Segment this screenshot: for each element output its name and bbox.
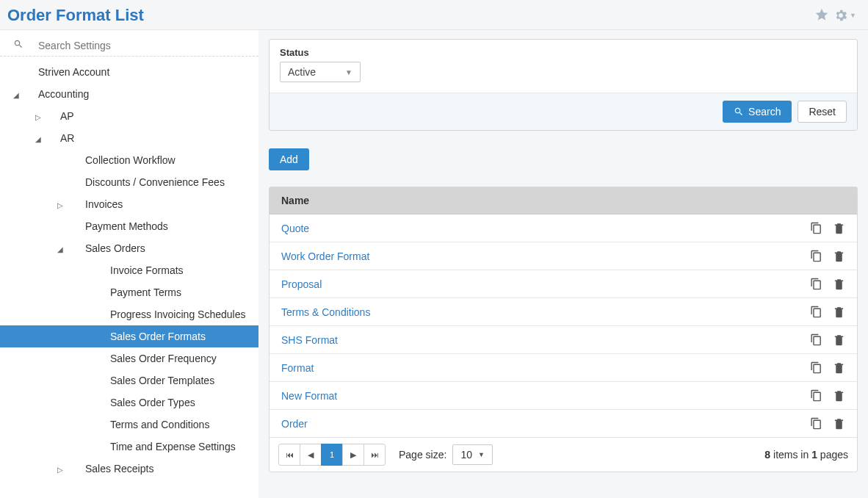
reset-button-label: Reset <box>809 106 836 118</box>
filter-panel: Status Active ▼ Search Reset <box>269 39 858 131</box>
caret-down-icon: ◢ <box>13 91 19 99</box>
sidebar-item-label: Sales Order Templates <box>110 375 214 386</box>
sidebar-item-ap[interactable]: ▷AP <box>0 105 258 127</box>
sidebar-item-label: Collection Workflow <box>85 154 176 166</box>
format-name-link[interactable]: Order <box>281 418 810 430</box>
sidebar-item-label: Time and Expense Settings <box>110 441 236 452</box>
pager-summary: 8 items in 1 pages <box>764 449 848 461</box>
caret-right-icon: ▷ <box>35 113 41 121</box>
sidebar-item-payment-methods[interactable]: Payment Methods <box>0 215 258 237</box>
delete-icon[interactable] <box>833 306 845 318</box>
sidebar-item-ar[interactable]: ◢AR <box>0 127 258 149</box>
sidebar-item-striven-account[interactable]: Striven Account <box>0 61 258 83</box>
chevron-down-icon: ▼ <box>345 68 352 76</box>
sidebar-item-sales-orders[interactable]: ◢Sales Orders <box>0 237 258 259</box>
sidebar-item-label: Sales Order Formats <box>110 331 206 342</box>
sidebar-item-sales-order-frequency[interactable]: Sales Order Frequency <box>0 347 258 369</box>
table-row: Order <box>270 410 857 437</box>
sidebar-item-collection-workflow[interactable]: Collection Workflow <box>0 149 258 171</box>
caret-down-icon: ◢ <box>35 135 41 143</box>
pager-first[interactable]: ⏮ <box>278 444 300 466</box>
sidebar-item-sales-order-templates[interactable]: Sales Order Templates <box>0 369 258 391</box>
sidebar-item-discounts-convenience-fees[interactable]: Discounts / Convenience Fees <box>0 171 258 193</box>
sidebar-item-label: Invoice Formats <box>110 264 184 276</box>
sidebar-item-sales-order-types[interactable]: Sales Order Types <box>0 391 258 414</box>
delete-icon[interactable] <box>833 361 845 374</box>
sidebar-item-label: Discounts / Convenience Fees <box>85 176 225 188</box>
format-name-link[interactable]: Proposal <box>281 278 810 290</box>
table-row: Format <box>270 354 857 382</box>
delete-icon[interactable] <box>833 222 845 234</box>
sidebar-item-label: Sales Order Types <box>110 397 195 408</box>
search-button-label: Search <box>748 106 781 118</box>
status-label: Status <box>280 47 847 58</box>
copy-icon[interactable] <box>810 389 822 402</box>
caret-right-icon: ▷ <box>57 201 63 209</box>
format-table: Name QuoteWork Order FormatProposalTerms… <box>269 187 858 472</box>
sidebar-item-terms-and-conditions[interactable]: Terms and Conditions <box>0 414 258 436</box>
table-row: Work Order Format <box>270 242 857 270</box>
page-size-value: 10 <box>460 449 472 461</box>
delete-icon[interactable] <box>833 417 845 430</box>
pager-prev[interactable]: ◀ <box>300 444 322 466</box>
table-row: New Format <box>270 382 857 410</box>
format-name-link[interactable]: Format <box>281 362 810 374</box>
pager-page-current[interactable]: 1 <box>321 444 343 466</box>
search-input[interactable] <box>38 40 253 51</box>
pager-last[interactable]: ⏭ <box>364 444 386 466</box>
page-title: Order Format List <box>7 6 144 25</box>
chevron-down-icon: ▼ <box>850 12 856 19</box>
add-button-label: Add <box>280 154 298 165</box>
delete-icon[interactable] <box>833 278 845 290</box>
gear-icon[interactable]: ▼ <box>833 8 856 23</box>
copy-icon[interactable] <box>810 306 822 318</box>
format-name-link[interactable]: New Format <box>281 390 810 402</box>
favorite-icon[interactable] <box>814 7 829 24</box>
sidebar-item-accounting[interactable]: ◢Accounting <box>0 83 258 105</box>
delete-icon[interactable] <box>833 389 845 402</box>
table-row: Quote <box>270 214 857 242</box>
reset-button[interactable]: Reset <box>798 101 847 123</box>
sidebar-item-invoices[interactable]: ▷Invoices <box>0 193 258 215</box>
search-button[interactable]: Search <box>723 101 792 123</box>
copy-icon[interactable] <box>810 361 822 374</box>
sidebar-item-sales-receipts[interactable]: ▷Sales Receipts <box>0 458 258 480</box>
table-row: SHS Format <box>270 326 857 354</box>
sidebar-item-sales-order-formats[interactable]: Sales Order Formats <box>0 325 258 347</box>
sidebar-item-label: Payment Methods <box>85 220 168 232</box>
sidebar-item-time-and-expense-settings[interactable]: Time and Expense Settings <box>0 436 258 458</box>
sidebar-item-label: Progress Invoicing Schedules <box>110 308 245 320</box>
format-name-link[interactable]: Terms & Conditions <box>281 306 810 318</box>
sidebar-item-invoice-formats[interactable]: Invoice Formats <box>0 259 258 281</box>
settings-sidebar: Striven Account◢Accounting▷AP◢ARCollecti… <box>0 30 258 498</box>
sidebar-item-label: Striven Account <box>38 66 109 78</box>
sidebar-item-label: AR <box>60 132 74 144</box>
copy-icon[interactable] <box>810 333 822 346</box>
pager-next[interactable]: ▶ <box>342 444 364 466</box>
sidebar-item-payment-terms[interactable]: Payment Terms <box>0 281 258 303</box>
delete-icon[interactable] <box>833 250 845 262</box>
search-icon <box>13 39 38 51</box>
copy-icon[interactable] <box>810 417 822 430</box>
page-size-select[interactable]: 10 ▼ <box>452 444 493 465</box>
sidebar-item-label: Sales Order Frequency <box>110 353 217 364</box>
sidebar-item-label: Invoices <box>85 198 123 210</box>
table-header-name: Name <box>270 187 857 214</box>
search-icon <box>734 107 744 117</box>
delete-icon[interactable] <box>833 333 845 346</box>
add-button[interactable]: Add <box>269 148 309 170</box>
status-select[interactable]: Active ▼ <box>280 62 361 82</box>
format-name-link[interactable]: Quote <box>281 223 810 234</box>
table-row: Terms & Conditions <box>270 298 857 326</box>
format-name-link[interactable]: Work Order Format <box>281 250 810 262</box>
copy-icon[interactable] <box>810 250 822 262</box>
format-name-link[interactable]: SHS Format <box>281 334 810 346</box>
caret-right-icon: ▷ <box>57 466 63 474</box>
copy-icon[interactable] <box>810 278 822 290</box>
pager: ⏮ ◀ 1 ▶ ⏭ Page size: 10 ▼ 8 items in 1 p… <box>270 437 857 472</box>
sidebar-item-label: AP <box>60 110 74 122</box>
sidebar-item-progress-invoicing-schedules[interactable]: Progress Invoicing Schedules <box>0 303 258 325</box>
copy-icon[interactable] <box>810 222 822 234</box>
table-row: Proposal <box>270 270 857 298</box>
chevron-down-icon: ▼ <box>478 451 485 458</box>
